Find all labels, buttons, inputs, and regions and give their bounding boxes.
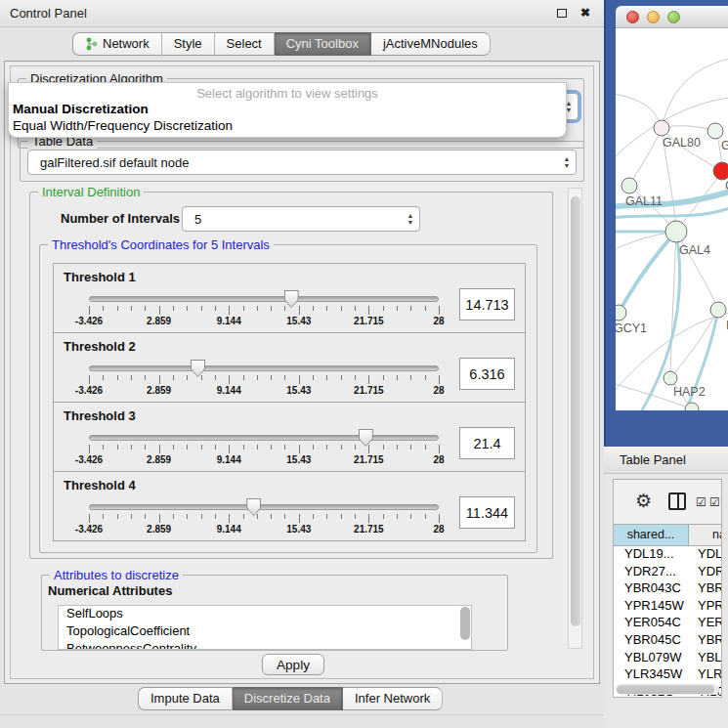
slider-tick-label: 15.43 — [286, 385, 311, 396]
network-node[interactable] — [621, 178, 637, 193]
slider-tick — [271, 445, 272, 450]
table-row[interactable]: YBR045CYBR0 — [614, 632, 722, 650]
close-window-icon[interactable] — [626, 11, 639, 23]
network-node[interactable] — [616, 305, 626, 321]
slider-tick-labels: -3.4262.8599.14415.4321.71528 — [89, 316, 439, 327]
table-row[interactable]: YBL079WYBL0 — [614, 650, 722, 667]
network-node[interactable] — [664, 371, 677, 385]
slider-tick — [145, 306, 146, 311]
network-node[interactable] — [707, 123, 723, 139]
table-row[interactable]: YDL19...YDL1 — [614, 546, 722, 564]
network-window-titlebar[interactable] — [616, 6, 728, 28]
close-panel-icon[interactable]: ✖ — [578, 7, 592, 21]
network-node[interactable] — [713, 162, 728, 180]
tab-label: Discretize Data — [244, 688, 330, 709]
slider-tick — [103, 306, 104, 311]
panel-scrollbar-track[interactable] — [568, 188, 582, 649]
algorithm-option-manual[interactable]: Manual Discretization — [9, 101, 566, 117]
tab-impute-data[interactable]: Impute Data — [138, 687, 233, 710]
network-view-window[interactable]: GAL80GACGAL11GAL4GCY1HHAP2 — [604, 0, 728, 447]
slider-tick — [201, 445, 202, 450]
threshold-value-field[interactable]: 11.344 — [459, 496, 515, 529]
threshold-slider[interactable]: -3.4262.8599.14415.4321.71528 — [89, 501, 439, 536]
table-data-combobox[interactable]: galFiltered.sif default node ▲▼ — [27, 150, 577, 175]
table-row[interactable]: YBR043CYBR0 — [614, 580, 722, 598]
threshold-value-field[interactable]: 14.713 — [459, 288, 515, 321]
network-window-frame: GAL80GACGAL11GAL4GCY1HHAP2 — [616, 6, 728, 410]
slider-tick — [284, 375, 285, 380]
window-bottom-edge — [0, 714, 604, 715]
column-header-shared-name[interactable]: shared... — [614, 525, 689, 545]
network-node[interactable] — [665, 221, 687, 242]
apply-button[interactable]: Apply — [262, 654, 324, 675]
tab-infer-network[interactable]: Infer Network — [343, 687, 443, 710]
network-node[interactable] — [685, 403, 699, 410]
tab-jactivemnodules[interactable]: jActiveMNodules — [371, 32, 491, 56]
threshold-slider[interactable]: -3.4262.8599.14415.4321.71528 — [89, 293, 439, 328]
slider-tick-label: -3.426 — [75, 524, 103, 535]
slider-tick — [215, 375, 216, 380]
attribute-list-item[interactable]: TopologicalCoefficient — [59, 623, 471, 641]
attributes-list-scrollbar[interactable] — [460, 607, 470, 640]
slider-tick — [368, 375, 369, 384]
table-header-row: shared... na — [614, 524, 722, 546]
checkbox-icon[interactable]: ☑ — [709, 495, 720, 509]
checkbox-icon[interactable]: ☑ — [696, 495, 707, 509]
table-row[interactable]: YDR27...YDR2 — [614, 564, 722, 581]
gear-icon[interactable]: ⚙ — [635, 490, 652, 512]
minimize-window-icon[interactable] — [647, 11, 660, 23]
float-panel-icon[interactable] — [555, 7, 569, 21]
network-edge — [616, 208, 728, 219]
panel-scrollbar-thumb[interactable] — [571, 196, 580, 626]
tab-discretize-data[interactable]: Discretize Data — [233, 687, 343, 710]
table-row[interactable]: YPR145WYPR1 — [614, 598, 722, 616]
table-hscrollbar-track[interactable] — [616, 684, 719, 695]
attribute-list-item[interactable]: SelfLoops — [59, 606, 471, 623]
network-node[interactable] — [710, 302, 726, 318]
slider-tick — [131, 306, 132, 311]
table-row[interactable]: YLR345WYLR3 — [614, 666, 722, 684]
table-hscrollbar-thumb[interactable] — [617, 685, 714, 694]
algorithm-option-equal-width[interactable]: Equal Width/Frequency Discretization — [9, 117, 566, 134]
slider-tick-label: -3.426 — [75, 454, 103, 465]
attribute-list-item[interactable]: BetweennessCentrality — [59, 641, 471, 650]
numerical-attributes-list[interactable]: SelfLoopsTopologicalCoefficientBetweenne… — [58, 605, 472, 650]
slider-tick — [383, 445, 384, 450]
network-node[interactable] — [654, 120, 669, 136]
slider-track[interactable] — [89, 504, 439, 510]
threshold-value-field[interactable]: 6.316 — [459, 358, 515, 390]
slider-tick — [257, 375, 258, 380]
number-of-intervals-combobox[interactable]: 5 ▲▼ — [182, 206, 420, 232]
tab-label: Impute Data — [150, 688, 220, 709]
slider-tick — [243, 445, 244, 450]
slider-track[interactable] — [89, 296, 439, 302]
attributes-group: Attributes to discretize Numerical Attri… — [41, 575, 508, 651]
split-panel-icon[interactable] — [668, 492, 686, 510]
slider-tick-labels: -3.4262.8599.14415.4321.71528 — [89, 454, 439, 466]
cell-name: YPR1 — [689, 598, 722, 616]
threshold-value-field[interactable]: 21.4 — [459, 427, 515, 459]
slider-track[interactable] — [89, 365, 439, 371]
slider-tick — [439, 375, 440, 384]
table-row[interactable]: YER054CYER0 — [614, 615, 722, 632]
slider-track[interactable] — [89, 435, 439, 441]
network-canvas[interactable]: GAL80GACGAL11GAL4GCY1HHAP2 — [616, 28, 728, 410]
zoom-window-icon[interactable] — [667, 11, 680, 23]
slider-ticks — [89, 445, 439, 453]
network-graph: GAL80GACGAL11GAL4GCY1HHAP2 — [616, 28, 728, 410]
tab-label: Network — [103, 33, 150, 55]
tab-select[interactable]: Select — [215, 32, 275, 56]
column-header-name[interactable]: na — [689, 525, 722, 545]
threshold-slider[interactable]: -3.4262.8599.14415.4321.71528 — [89, 432, 439, 467]
slider-tick — [383, 514, 384, 519]
tab-style[interactable]: Style — [162, 32, 215, 56]
slider-tick — [215, 306, 216, 311]
network-edge — [629, 128, 662, 186]
threshold-slider[interactable]: -3.4262.8599.14415.4321.71528 — [89, 363, 439, 398]
tab-cyni-toolbox[interactable]: Cyni Toolbox — [275, 32, 371, 56]
slider-tick — [103, 375, 104, 380]
slider-tick-label: 2.859 — [147, 454, 171, 465]
slider-tick — [257, 514, 258, 519]
threshold-coordinates-label: Threshold's Coordinates for 5 Intervals — [48, 237, 274, 252]
tab-network[interactable]: Network — [72, 32, 162, 56]
